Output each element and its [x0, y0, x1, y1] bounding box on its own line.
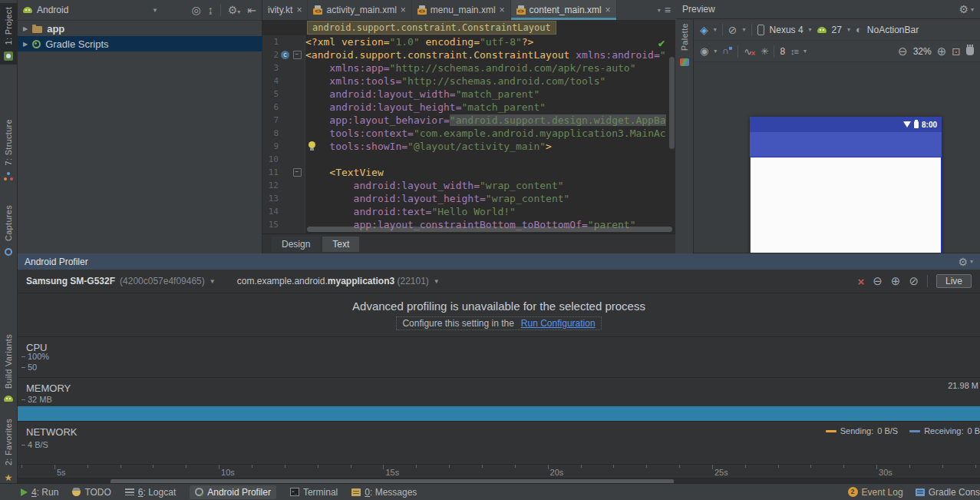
device-preview[interactable]: 8:00: [750, 117, 942, 253]
gear-icon[interactable]: ⚙▾: [228, 5, 241, 15]
statusbar-item-todo[interactable]: TODO: [72, 487, 111, 498]
palette-tab[interactable]: Palette: [680, 23, 689, 51]
memory-usage-area: [18, 406, 980, 421]
tree-item-gradle-scripts[interactable]: ▶Gradle Scripts: [18, 36, 262, 51]
code-text: tools:showIn="@layout/activity_main">: [302, 140, 552, 153]
gear-icon[interactable]: ⚙: [959, 4, 968, 15]
default-margin-value[interactable]: 8: [780, 46, 785, 57]
line-number: 8: [262, 127, 279, 140]
pack-icon[interactable]: [790, 46, 798, 57]
fold-marker-icon[interactable]: −: [293, 51, 302, 59]
zoom-in-icon[interactable]: ⊕: [937, 45, 947, 58]
fold-slot: [292, 35, 302, 48]
statusbar-item-gradle-console[interactable]: Gradle Cons: [916, 487, 980, 498]
cpu-chart-section[interactable]: CPU 100% 50: [18, 336, 980, 377]
editor-tab-activity-main[interactable]: activity_main.xml×: [308, 0, 411, 20]
expand-arrow-icon[interactable]: ▶: [23, 25, 28, 32]
statusbar-item-logcat[interactable]: 6: Logcat: [125, 487, 176, 498]
project-view-selector[interactable]: Android ▼: [23, 5, 158, 15]
zoom-in-icon[interactable]: ⊕: [891, 274, 901, 288]
statusbar-item-terminal[interactable]: Terminal: [290, 487, 338, 498]
process-dropdown-icon[interactable]: ▼: [434, 278, 440, 285]
close-tab-icon[interactable]: ×: [500, 5, 505, 15]
horizontal-scrollbar[interactable]: [307, 227, 672, 232]
statusbar-item-run[interactable]: 4: Run: [21, 487, 58, 498]
chevron-down-icon: ▾: [714, 48, 717, 55]
tab-list-icon[interactable]: ≡: [665, 5, 671, 15]
tab-design[interactable]: Design: [272, 237, 320, 252]
timeline-tick: [810, 465, 811, 468]
hide-panel-icon[interactable]: ⇤: [247, 5, 256, 15]
zoom-out-icon[interactable]: ⊖: [898, 45, 908, 58]
clear-constraints-icon[interactable]: [744, 47, 755, 56]
view-options-icon[interactable]: [700, 45, 708, 57]
close-tab-icon[interactable]: ×: [401, 5, 406, 15]
autoconnect-magnet-icon[interactable]: [722, 47, 732, 56]
timeline-tick: [909, 465, 910, 468]
pan-icon[interactable]: [966, 47, 974, 55]
timeline-tick: [318, 465, 318, 468]
sidebar-tab-captures[interactable]: Captures: [0, 201, 17, 260]
android-icon: [817, 27, 827, 33]
legend-receiving: Receiving:0 B: [909, 426, 980, 435]
logcat-icon: [125, 488, 134, 495]
layers-icon[interactable]: [700, 24, 708, 36]
tab-options: ▾≡: [658, 0, 675, 20]
fold-slot: [292, 75, 302, 88]
status-bar-right: Event LogGradle Cons: [848, 487, 980, 498]
expand-arrow-icon[interactable]: ▶: [23, 41, 28, 48]
sidebar-tab-favorites[interactable]: 2: Favorites: [0, 415, 17, 487]
locate-icon[interactable]: ◎: [191, 5, 200, 15]
timeline-tick: [120, 465, 121, 468]
zoom-to-fit-icon[interactable]: [952, 45, 961, 58]
gear-icon[interactable]: ⚙: [958, 257, 968, 267]
run-configuration-link[interactable]: Run Configuration: [521, 318, 596, 329]
sidebar-tab-label: 2: Favorites: [4, 419, 13, 465]
orientation-icon[interactable]: [728, 24, 737, 36]
profiler-timeline[interactable]: 5s10s15s20s25s30s: [18, 464, 980, 478]
close-tab-icon[interactable]: ×: [296, 5, 302, 15]
editor-tab-content-main[interactable]: content_main.xml×: [511, 0, 617, 20]
editor-tab-kotlin-file[interactable]: ivity.kt×: [262, 0, 308, 20]
chevron-down-icon: ▼: [152, 7, 158, 14]
intention-bulb-icon[interactable]: [309, 141, 315, 148]
inspection-status-icon[interactable]: ✔: [658, 38, 665, 49]
breadcrumb-tag[interactable]: android.support.constraint.ConstraintLay…: [307, 21, 556, 35]
code-text: <TextView: [302, 166, 384, 179]
device-dropdown-icon[interactable]: ▼: [210, 278, 216, 285]
zoom-out-icon[interactable]: ⊖: [873, 274, 883, 288]
tree-item-app[interactable]: ▶app: [18, 21, 262, 36]
theme-selector[interactable]: NoActionBar: [867, 25, 919, 35]
tab-text[interactable]: Text: [322, 237, 359, 252]
memory-chart-section[interactable]: MEMORY 21.98 M 32 MB 16: [18, 377, 980, 421]
sidebar-tab-structure[interactable]: 7: Structure: [0, 115, 17, 185]
sidebar-tab-project[interactable]: 1: Project: [0, 3, 17, 65]
code-editor[interactable]: 1<?xml version="1.0" encoding="utf-8"?>2…: [262, 35, 675, 234]
preview-canvas[interactable]: 8:00: [694, 62, 980, 253]
class-gutter-icon[interactable]: [281, 51, 289, 59]
fold-marker-icon[interactable]: −: [293, 168, 302, 177]
live-button[interactable]: Live: [936, 274, 972, 288]
infer-constraints-icon[interactable]: [761, 46, 768, 57]
vertical-scrollbar[interactable]: [669, 57, 675, 149]
collapse-all-icon[interactable]: ↨: [208, 5, 213, 15]
editor-tab-menu-main[interactable]: menu_main.xml×: [412, 0, 511, 20]
timeline-tick: [548, 465, 549, 469]
project-panel: Android ▼ ◎ ↨ ⚙▾ ⇤ ▶app▶Gradle Scripts: [18, 0, 262, 253]
statusbar-item-event-log[interactable]: Event Log: [848, 487, 903, 498]
end-session-icon[interactable]: ×: [857, 275, 864, 288]
api-level-selector[interactable]: 27: [832, 25, 842, 35]
device-app-bar: [750, 132, 942, 157]
statusbar-item-messages[interactable]: 0: Messages: [351, 487, 417, 498]
timeline-tick: [482, 465, 483, 468]
sidebar-tab-build-variants[interactable]: Build Variants: [0, 330, 17, 406]
messages-icon: [351, 488, 361, 496]
reset-zoom-icon[interactable]: ⊘: [909, 274, 919, 288]
network-chart-section[interactable]: NETWORK Sending:0 B/S Receiving:0 B 4 B/…: [18, 421, 980, 464]
process-selector[interactable]: com.example.android.myapplication3 (2210…: [237, 276, 429, 286]
statusbar-item-android-profiler[interactable]: Android Profiler: [190, 485, 276, 499]
xml-file-icon: [313, 5, 322, 15]
chevron-down-icon[interactable]: ▾: [658, 7, 661, 14]
close-tab-icon[interactable]: ×: [605, 5, 611, 15]
device-selector[interactable]: Nexus 4: [770, 25, 803, 35]
